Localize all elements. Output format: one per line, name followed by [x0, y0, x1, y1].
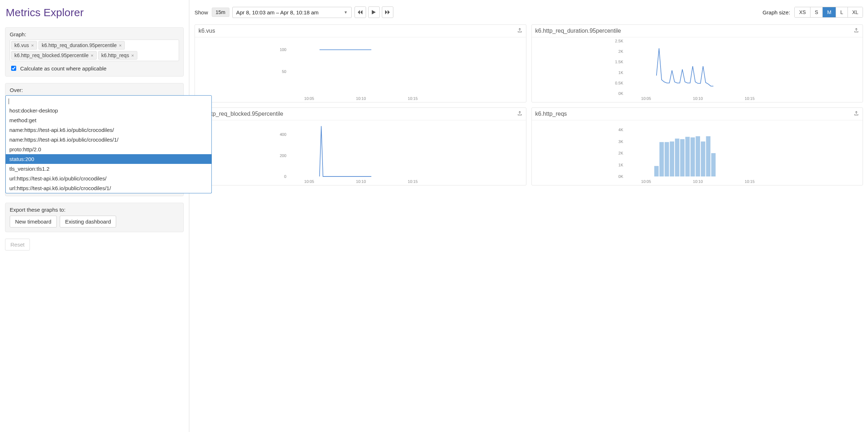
over-dropdown-item[interactable]: host:docker-desktop [6, 106, 211, 115]
chart-title: k6.http_reqs [535, 111, 567, 117]
svg-text:0: 0 [284, 174, 286, 179]
svg-rect-38 [706, 136, 710, 176]
chip-remove-icon[interactable]: × [131, 53, 134, 58]
caret-down-icon: ▼ [344, 10, 348, 14]
existing-dashboard-button[interactable]: Existing dashboard [60, 216, 117, 228]
metric-chip-label: k6.http_req_blocked.95percentile [14, 52, 88, 58]
play-button[interactable] [368, 6, 380, 18]
svg-rect-30 [664, 142, 669, 176]
over-dropdown-item[interactable]: url:https://test-api.k6.io/public/crocod… [6, 183, 211, 193]
svg-text:10:10: 10:10 [693, 96, 703, 101]
calc-as-count-row[interactable]: Calculate as count where applicable [10, 65, 179, 72]
svg-text:10:05: 10:05 [641, 179, 651, 184]
svg-rect-34 [685, 137, 689, 176]
svg-text:0K: 0K [618, 91, 623, 96]
metric-chip-label: k6.http_req_duration.95percentile [42, 42, 117, 48]
chip-remove-icon[interactable]: × [119, 43, 122, 48]
export-icon[interactable] [854, 28, 859, 34]
svg-text:100: 100 [280, 47, 286, 52]
metric-chip[interactable]: k6.http_req_blocked.95percentile× [11, 51, 97, 60]
step-back-button[interactable] [355, 6, 366, 18]
svg-text:10:10: 10:10 [693, 179, 703, 184]
svg-text:10:15: 10:15 [745, 179, 755, 184]
metric-chip[interactable]: k6.http_req_duration.95percentile× [38, 41, 125, 50]
chip-remove-icon[interactable]: × [91, 53, 93, 58]
svg-text:10:15: 10:15 [745, 96, 755, 101]
export-icon[interactable] [517, 111, 522, 117]
main: Show 15m Apr 8, 10:03 am – Apr 8, 10:18 … [189, 0, 868, 432]
graph-size-label: Graph size: [763, 9, 790, 15]
svg-text:10:10: 10:10 [356, 179, 366, 184]
export-panel-label: Export these graphs to: [10, 207, 179, 213]
charts-grid: k6.vus5010010:0510:1010:15k6.http_req_du… [195, 24, 863, 185]
svg-rect-31 [670, 142, 674, 176]
chart-card: k6.http_reqs0K1K2K3K4K10:0510:1010:15 [531, 107, 863, 185]
time-window-pill[interactable]: 15m [212, 8, 229, 17]
graph-size-option[interactable]: XS [795, 7, 810, 17]
chart-card: k6.http_req_blocked.95percentile02004001… [195, 107, 526, 185]
graph-size-option[interactable]: S [810, 7, 823, 17]
over-dropdown-item[interactable]: proto:http/2.0 [6, 144, 211, 154]
metric-chipbox[interactable]: k6.vus×k6.http_req_duration.95percentile… [10, 40, 179, 61]
topbar: Show 15m Apr 8, 10:03 am – Apr 8, 10:18 … [195, 6, 863, 18]
svg-text:200: 200 [280, 153, 286, 158]
svg-text:10:10: 10:10 [356, 96, 366, 101]
calc-as-count-label: Calculate as count where applicable [20, 65, 106, 72]
over-input[interactable] [5, 95, 212, 106]
svg-text:2K: 2K [618, 49, 623, 54]
svg-text:10:05: 10:05 [641, 96, 651, 101]
over-dropdown-item[interactable]: method:get [6, 115, 211, 125]
svg-text:4K: 4K [618, 128, 623, 132]
step-forward-button[interactable] [382, 6, 393, 18]
graph-size-option[interactable]: XL [848, 7, 863, 17]
svg-rect-35 [690, 137, 695, 176]
export-panel: Export these graphs to: New timeboard Ex… [5, 203, 184, 232]
svg-text:1.5K: 1.5K [615, 60, 623, 64]
over-dropdown-item[interactable]: name:https://test-api.k6.io/public/croco… [6, 135, 211, 144]
metric-chip[interactable]: k6.vus× [11, 41, 37, 50]
metric-chip-label: k6.http_reqs [101, 52, 129, 58]
chart-body: 0K1K2K3K4K10:0510:1010:15 [532, 120, 863, 185]
reset-button[interactable]: Reset [5, 239, 30, 251]
over-dropdown-item[interactable]: url:https://test-api.k6.io/public/crocod… [6, 174, 211, 183]
export-icon[interactable] [517, 28, 522, 34]
svg-rect-29 [659, 142, 663, 176]
page-title: Metrics Explorer [6, 6, 184, 19]
chart-body: 5010010:0510:1010:15 [195, 37, 526, 102]
sidebar: Metrics Explorer Graph: k6.vus×k6.http_r… [0, 0, 189, 432]
chart-body: 020040010:0510:1010:15 [195, 120, 526, 185]
new-timeboard-button[interactable]: New timeboard [10, 216, 57, 228]
svg-text:1K: 1K [618, 163, 623, 167]
metric-chip-label: k6.vus [14, 42, 29, 48]
metric-chip[interactable]: k6.http_reqs× [98, 51, 137, 60]
chart-card: k6.http_req_duration.95percentile0K0.5K1… [531, 24, 863, 102]
svg-text:0K: 0K [618, 174, 623, 179]
graph-size-segment: XSSMLXL [794, 7, 863, 18]
svg-text:10:05: 10:05 [304, 96, 314, 101]
svg-text:10:15: 10:15 [408, 96, 418, 101]
svg-rect-37 [701, 142, 705, 176]
time-range-picker[interactable]: Apr 8, 10:03 am – Apr 8, 10:18 am ▼ [232, 7, 352, 18]
chart-title: k6.vus [198, 28, 215, 34]
over-dropdown-item[interactable]: name:https://test-api.k6.io/public/croco… [6, 125, 211, 135]
svg-text:0.5K: 0.5K [615, 81, 623, 85]
graph-panel: Graph: k6.vus×k6.http_req_duration.95per… [5, 27, 184, 77]
svg-rect-39 [711, 153, 715, 176]
svg-rect-33 [680, 139, 684, 176]
svg-text:10:05: 10:05 [304, 179, 314, 184]
svg-rect-36 [695, 136, 700, 176]
graph-size-option[interactable]: L [836, 7, 848, 17]
over-dropdown-item[interactable]: status:200 [6, 154, 211, 164]
calc-as-count-checkbox[interactable] [11, 66, 16, 71]
graph-size-option[interactable]: M [823, 7, 836, 17]
show-label: Show [195, 9, 208, 15]
over-dropdown-item[interactable]: tls_version:tls1.2 [6, 164, 211, 174]
svg-text:2K: 2K [618, 151, 623, 155]
chart-card: k6.vus5010010:0510:1010:15 [195, 24, 526, 102]
chart-body: 0K0.5K1K1.5K2K2.5K10:0510:1010:15 [532, 37, 863, 102]
chip-remove-icon[interactable]: × [31, 43, 34, 48]
svg-text:1K: 1K [618, 70, 623, 75]
export-icon[interactable] [854, 111, 859, 117]
over-panel: Over: host:docker-desktopmethod:getname:… [5, 83, 184, 196]
graph-panel-label: Graph: [10, 31, 179, 37]
